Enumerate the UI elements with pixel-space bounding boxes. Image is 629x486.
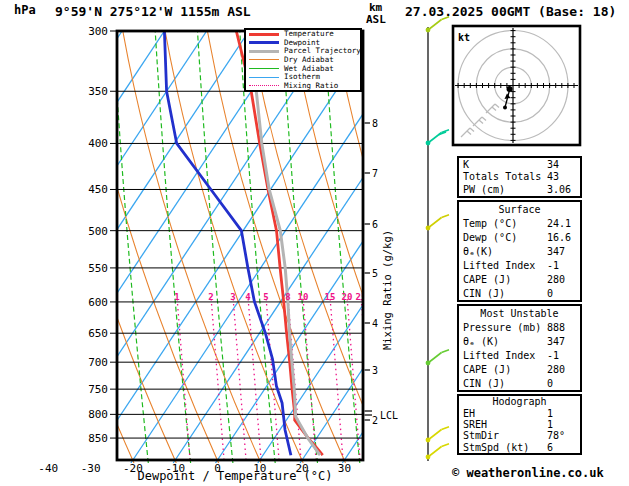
km-tick-label: 6 bbox=[372, 219, 378, 230]
km-tick-label: 5 bbox=[372, 268, 378, 279]
table-row-label: StmSpd (kt) bbox=[463, 442, 529, 453]
wet-adiabat-line bbox=[155, 31, 190, 463]
asl-axis-label: ASL bbox=[366, 13, 386, 26]
page-title: 9°59'N 275°12'W 1155m ASL bbox=[55, 4, 251, 19]
table-row-label: StmDir bbox=[463, 430, 499, 441]
lcl-label: LCL bbox=[380, 410, 398, 421]
mixing-ratio-value-label: 20 bbox=[342, 292, 353, 302]
table-row-value: 34 bbox=[547, 159, 559, 170]
table-row-value: 1 bbox=[547, 419, 553, 430]
pressure-tick-label: 750 bbox=[88, 383, 108, 396]
table-row: K34 bbox=[459, 159, 580, 170]
wind-barb bbox=[426, 215, 449, 231]
dry-adiabat-line bbox=[0, 31, 49, 463]
table-row: Pressure (mb)888 bbox=[459, 322, 580, 333]
table-header: Hodograph bbox=[459, 396, 580, 407]
table-row-value: 888 bbox=[547, 322, 565, 333]
table-row: CAPE (J)280 bbox=[459, 274, 580, 285]
dry-adiabat-line bbox=[0, 31, 92, 463]
wind-barb bbox=[426, 17, 449, 33]
table-row-label: Totals Totals bbox=[463, 171, 541, 182]
mixing-ratio-value-label: 25 bbox=[356, 292, 367, 302]
dry-adiabat-line bbox=[334, 31, 472, 463]
table-row-value: 24.1 bbox=[547, 218, 571, 229]
table-row-label: CIN (J) bbox=[463, 378, 505, 389]
pressure-tick-label: 300 bbox=[88, 25, 108, 38]
km-tick-label: 8 bbox=[372, 118, 378, 129]
wind-barb bbox=[426, 427, 449, 443]
table-row: CIN (J)0 bbox=[459, 378, 580, 389]
wind-barb bbox=[426, 130, 449, 146]
pressure-unit-label: hPa bbox=[14, 3, 36, 17]
table-row-label: SREH bbox=[463, 419, 487, 430]
legend-item: Dry Adiabat bbox=[246, 56, 360, 64]
x-axis-title: Dewpoint / Temperature (°C) bbox=[115, 469, 355, 483]
legend-item: Mixing Ratio bbox=[246, 82, 360, 90]
table-row-value: 280 bbox=[547, 274, 565, 285]
pressure-tick-label: 350 bbox=[88, 85, 108, 98]
table-row-label: K bbox=[463, 159, 469, 170]
table-row-value: -1 bbox=[547, 350, 559, 361]
temperature-tick-label: -40 bbox=[38, 462, 58, 475]
pressure-tick-label: 700 bbox=[88, 356, 108, 369]
pressure-tick-label: 500 bbox=[88, 225, 108, 238]
table-row-value: 280 bbox=[547, 364, 565, 375]
table-row: θₑ (K)347 bbox=[459, 336, 580, 347]
legend-swatch-mixing-ratio bbox=[249, 85, 279, 86]
table-row-label: Lifted Index bbox=[463, 260, 535, 271]
dewpoint-curve bbox=[164, 31, 291, 455]
table-row-label: CAPE (J) bbox=[463, 274, 511, 285]
legend-item: Isotherm bbox=[246, 73, 360, 81]
mixing-ratio-value-label: 15 bbox=[325, 292, 336, 302]
pressure-tick-label: 650 bbox=[88, 327, 108, 340]
table-row: Lifted Index-1 bbox=[459, 260, 580, 271]
table-row-value: 16.6 bbox=[547, 232, 571, 243]
table-row-label: Lifted Index bbox=[463, 350, 535, 361]
table-row: Dewp (°C)16.6 bbox=[459, 232, 580, 243]
mixing-ratio-value-label: 4 bbox=[245, 292, 251, 302]
table-header: Surface bbox=[459, 204, 580, 215]
chart-border bbox=[117, 31, 363, 460]
dry-adiabat-line bbox=[123, 31, 261, 463]
table-row-value: -1 bbox=[547, 260, 559, 271]
temperature-tick-label: -30 bbox=[81, 462, 101, 475]
dry-adiabat-line bbox=[250, 31, 388, 463]
most-unstable-table: Most UnstablePressure (mb)888θₑ (K)347Li… bbox=[457, 304, 582, 392]
isotherm-line bbox=[131, 31, 418, 463]
pressure-tick-label: 800 bbox=[88, 408, 108, 421]
isotherm-line bbox=[89, 31, 376, 463]
table-row-value: 0 bbox=[547, 378, 553, 389]
km-tick-label: 7 bbox=[372, 168, 378, 179]
legend-swatch-temperature bbox=[249, 33, 279, 36]
mixing-ratio-value-label: 10 bbox=[298, 292, 309, 302]
table-row: θₑ(K)347 bbox=[459, 246, 580, 257]
legend-label: Mixing Ratio bbox=[284, 82, 338, 90]
pressure-tick-label: 600 bbox=[88, 296, 108, 309]
table-row-value: 3.06 bbox=[547, 184, 571, 195]
table-row-label: Temp (°C) bbox=[463, 218, 517, 229]
table-row-value: 78° bbox=[547, 430, 565, 441]
table-row-label: Pressure (mb) bbox=[463, 322, 541, 333]
pressure-tick-label: 450 bbox=[88, 183, 108, 196]
wet-adiabat-line bbox=[324, 31, 359, 463]
mixing-ratio-value-label: 1 bbox=[174, 292, 179, 302]
isotherm-line bbox=[0, 31, 37, 463]
pressure-tick-label: 550 bbox=[88, 262, 108, 275]
table-row: CIN (J)0 bbox=[459, 288, 580, 299]
table-row: EH1 bbox=[459, 408, 580, 419]
run-date-label: 27.03.2025 00GMT (Base: 18) bbox=[405, 4, 616, 19]
mixing-ratio-value-label: 3 bbox=[230, 292, 235, 302]
table-row-label: θₑ(K) bbox=[463, 246, 493, 257]
legend-swatch-parcel-trajectory bbox=[249, 50, 279, 53]
table-row: StmSpd (kt)6 bbox=[459, 442, 580, 453]
table-row-value: 347 bbox=[547, 336, 565, 347]
table-row-label: PW (cm) bbox=[463, 184, 505, 195]
isotherm-line bbox=[173, 31, 460, 463]
mixing-ratio-axis-title: Mixing Ratio (g/kg) bbox=[381, 230, 393, 350]
copyright-label: © weatheronline.co.uk bbox=[452, 466, 604, 480]
wet-adiabat-line bbox=[282, 31, 317, 463]
table-row-label: Dewp (°C) bbox=[463, 232, 517, 243]
table-row-value: 347 bbox=[547, 246, 565, 257]
pressure-tick-label: 400 bbox=[88, 137, 108, 150]
indices-table: K34Totals Totals43PW (cm)3.06 bbox=[457, 156, 582, 198]
